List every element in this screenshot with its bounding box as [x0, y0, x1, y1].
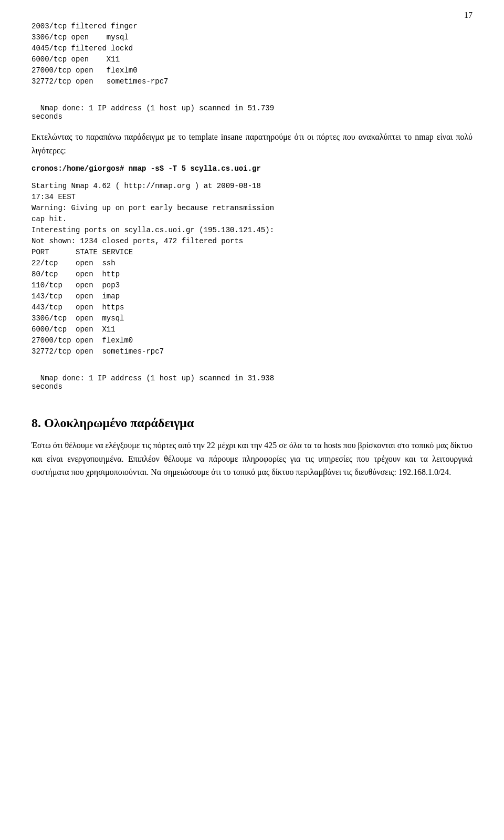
seconds-2: seconds — [32, 382, 472, 391]
code-block-1: 2003/tcp filtered finger 3306/tcp open m… — [32, 21, 472, 87]
command-line: cronos:/home/giorgos# nmap -sS -T 5 scyl… — [32, 163, 472, 174]
nmap-done-2: Nmap done: 1 IP address (1 host up) scan… — [32, 366, 472, 382]
page-number: 17 — [464, 11, 472, 20]
nmap-done-1: Nmap done: 1 IP address (1 host up) scan… — [32, 96, 472, 112]
code-lines-1: 2003/tcp filtered finger 3306/tcp open m… — [32, 21, 472, 87]
prose-paragraph-2: Έστω ότι θέλουμε να ελέγξουμε τις πόρτες… — [32, 439, 472, 479]
section-heading: 8. Ολοκληρωμένο παράδειγμα — [32, 416, 472, 430]
prose-paragraph-1: Εκτελώντας το παραπάνω παράδειγμα με το … — [32, 130, 472, 157]
code-block-2: Starting Nmap 4.62 ( http://nmap.org ) a… — [32, 181, 472, 357]
code-lines-2: Starting Nmap 4.62 ( http://nmap.org ) a… — [32, 181, 472, 357]
seconds-1: seconds — [32, 112, 472, 121]
